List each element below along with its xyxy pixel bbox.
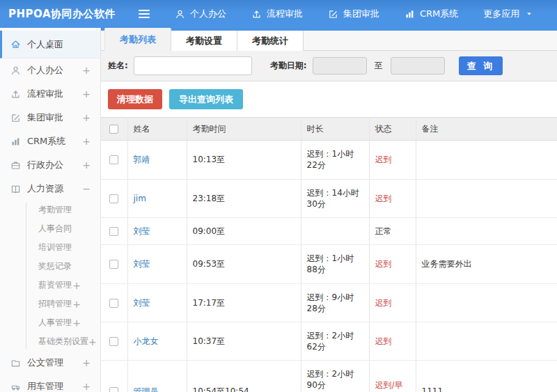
sidebar-item-label: 行政办公 (27, 159, 63, 171)
name-input[interactable] (134, 56, 252, 75)
sidebar-subitem-reward-punishment[interactable]: 奖惩记录 (0, 257, 100, 276)
name-link[interactable]: 刘莹 (134, 226, 150, 236)
tab-attendance-list[interactable]: 考勤列表 (104, 28, 171, 51)
status-text: 迟到 (375, 298, 392, 308)
doc-icon (10, 358, 21, 368)
expand-icon[interactable]: + (82, 65, 91, 75)
search-button[interactable]: 查 询 (459, 56, 503, 75)
duration-line: 迟到：2小时90分 (307, 368, 363, 391)
table-header-row: 姓名考勤时间时长状态备注 (101, 118, 557, 141)
row-checkbox[interactable] (109, 299, 118, 308)
nav-item-label: 更多应用 (483, 8, 519, 20)
nav-item-crm-system[interactable]: CRM系统 (405, 8, 458, 20)
attendance-date-label: 考勤日期: (270, 60, 307, 72)
row-checkbox[interactable] (109, 260, 118, 269)
sidebar-item-vehicle-mgmt[interactable]: 用车管理+ (0, 375, 100, 392)
table-row: 郭靖10:13至迟到：1小时22分迟到 (101, 141, 557, 179)
expand-icon[interactable]: + (82, 136, 91, 146)
row-checkbox[interactable] (109, 387, 118, 392)
expand-icon[interactable]: + (72, 318, 81, 328)
nav-item-workflow-approval[interactable]: 流程审批 (251, 8, 303, 20)
expand-icon[interactable]: + (82, 113, 91, 123)
sidebar-item-document-mgmt[interactable]: 公文管理+ (0, 351, 100, 375)
duration-cell: 迟到：2小时62分 (301, 322, 369, 360)
name-cell: 刘莹 (127, 245, 187, 283)
sidebar-subitem-base-category-settings[interactable]: 基础类别设置+ (0, 332, 100, 351)
sidebar-subitem-hr-contract[interactable]: 人事合同 (0, 219, 100, 238)
name-link[interactable]: 小龙女 (134, 336, 159, 346)
checkbox-cell (101, 141, 127, 179)
sidebar-item-label: 个人桌面 (27, 38, 63, 51)
nav-item-group-approval[interactable]: 集团审批 (328, 8, 379, 20)
sidebar-subitem-label: 考勤管理 (38, 204, 72, 216)
nav-item-label: 个人办公 (190, 8, 226, 20)
tab-attendance-settings[interactable]: 考勤设置 (171, 31, 237, 51)
user-icon (175, 9, 185, 19)
table-row: 小龙女10:37至迟到：2小时62分迟到 (101, 322, 557, 360)
duration-cell: 迟到：2小时90分早退：7小时10分 (301, 361, 369, 392)
nav-item-label: CRM系统 (420, 8, 458, 20)
date-from-input[interactable] (313, 57, 367, 75)
duration-cell: 迟到：9小时28分 (301, 283, 369, 322)
name-link[interactable]: 管理员 (134, 386, 159, 392)
sidebar-subitem-attendance-mgmt[interactable]: 考勤管理 (0, 201, 100, 219)
name-link[interactable]: jim (134, 194, 146, 203)
row-checkbox[interactable] (109, 194, 118, 203)
sidebar-subitem-label: 基础类别设置 (38, 336, 88, 347)
sidebar-item-admin-office[interactable]: 行政办公+ (0, 153, 100, 177)
sidebar-item-crm-system[interactable]: CRM系统+ (0, 130, 100, 153)
sidebar-item-label: 用车管理 (27, 380, 63, 392)
expand-icon[interactable]: + (82, 89, 91, 99)
name-link[interactable]: 刘莹 (134, 298, 150, 308)
filter-bar: 姓名: 考勤日期: 至 查 询 (101, 51, 557, 81)
name-link[interactable]: 郭靖 (134, 155, 150, 164)
app-title: PHPOA协同办公软件 (0, 8, 101, 21)
row-checkbox[interactable] (109, 155, 118, 164)
status-text: 迟到 (375, 194, 392, 203)
nav-item-more-apps[interactable]: 更多应用 (483, 8, 533, 20)
sidebar-subitem-training-mgmt[interactable]: 培训管理 (0, 238, 100, 257)
date-to-input[interactable] (391, 57, 445, 75)
column-header: 状态 (369, 118, 416, 141)
attendance-time-cell: 10:37至 (187, 322, 301, 360)
hamburger-menu-icon[interactable] (136, 5, 152, 23)
row-checkbox[interactable] (109, 227, 118, 236)
expand-icon[interactable]: + (82, 358, 91, 368)
sidebar-item-group-approval[interactable]: 集团审批+ (0, 106, 100, 130)
sidebar-item-label: CRM系统 (27, 135, 65, 148)
collapse-icon[interactable]: − (82, 184, 91, 194)
note-cell (416, 283, 557, 322)
expand-icon[interactable]: + (82, 160, 91, 170)
column-header: 考勤时间 (187, 118, 301, 141)
sidebar-item-personal-office[interactable]: 个人办公+ (0, 58, 100, 82)
sidebar-item-personal-desktop[interactable]: 个人桌面 (0, 31, 100, 58)
briefcase-icon (10, 160, 21, 171)
edit-icon (10, 113, 21, 123)
sidebar-subitem-recruitment-mgmt[interactable]: 招聘管理+ (0, 295, 100, 313)
expand-icon[interactable]: + (72, 299, 81, 309)
name-link[interactable]: 刘莹 (134, 259, 150, 269)
table-row: 刘莹09:00至正常 (101, 217, 557, 244)
status-cell: 迟到 (369, 322, 416, 360)
row-checkbox[interactable] (109, 337, 118, 346)
tab-attendance-stats[interactable]: 考勤统计 (237, 31, 304, 51)
table-row: jim23:18至迟到：14小时30分迟到 (101, 179, 557, 217)
sidebar-item-human-resources[interactable]: 人力资源− (0, 177, 100, 201)
select-all-checkbox[interactable] (109, 125, 118, 134)
sidebar-subitem-salary-mgmt[interactable]: 薪资管理+ (0, 276, 100, 295)
clean-data-button[interactable]: 清理数据 (108, 89, 162, 109)
duration-cell: 迟到：1小时22分 (301, 141, 369, 179)
nav-item-personal-office[interactable]: 个人办公 (175, 8, 226, 20)
sidebar-item-workflow-approval[interactable]: 流程审批+ (0, 82, 100, 106)
expand-icon[interactable]: + (72, 281, 81, 290)
status-cell: 正常 (369, 217, 416, 244)
name-cell: 刘莹 (127, 283, 187, 322)
expand-icon[interactable]: + (88, 337, 97, 347)
sidebar-subitem-personnel-mgmt[interactable]: 人事管理+ (0, 313, 100, 332)
expand-icon[interactable]: + (82, 382, 91, 391)
flow-icon (10, 89, 21, 100)
checkbox-cell (101, 361, 127, 392)
export-list-button[interactable]: 导出查询列表 (169, 89, 243, 109)
table-row: 管理员10:54至10:54迟到：2小时90分早退：7小时10分迟到/早退111… (101, 361, 557, 392)
column-header: 姓名 (127, 118, 187, 141)
